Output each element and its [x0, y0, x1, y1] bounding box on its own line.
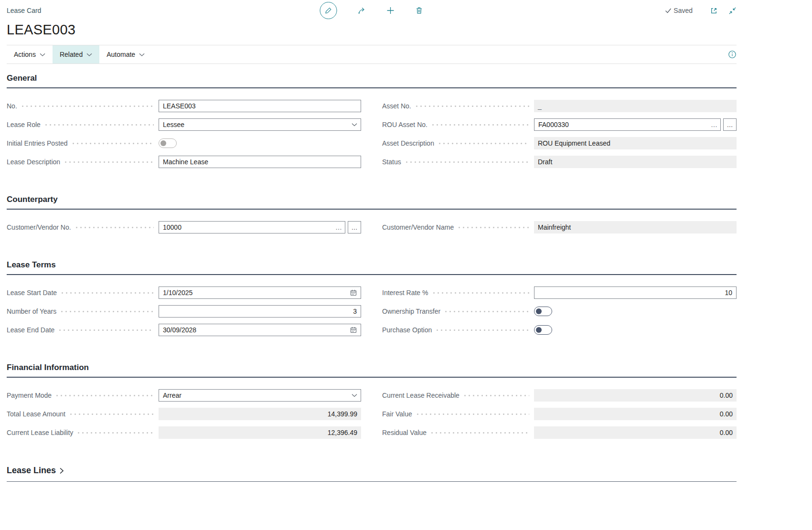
section-lease-terms-header[interactable]: Lease Terms	[7, 260, 737, 275]
field-no: No.	[7, 100, 361, 112]
calendar-icon[interactable]	[349, 325, 358, 335]
dotted-leader	[22, 106, 154, 107]
field-residual-value: Residual Value 0.00	[382, 426, 737, 439]
section-general: General No. Asset No. _ Lease Role	[7, 74, 737, 168]
check-icon	[665, 7, 672, 14]
residual-value-value: 0.00	[534, 426, 737, 439]
number-of-years-input[interactable]	[159, 305, 361, 318]
section-general-header[interactable]: General	[7, 74, 737, 88]
dotted-leader	[445, 311, 529, 312]
field-number-of-years: Number of Years	[7, 305, 361, 318]
new-button[interactable]	[386, 6, 395, 15]
dotted-leader	[439, 143, 529, 144]
field-customer-vendor-name: Customer/Vendor Name Mainfreight	[382, 221, 737, 233]
dotted-leader	[437, 329, 529, 331]
field-asset-no: Asset No. _	[382, 100, 737, 112]
no-input[interactable]	[159, 100, 361, 112]
calendar-icon[interactable]	[349, 288, 358, 297]
purchase-option-toggle[interactable]	[534, 325, 552, 335]
dotted-leader	[406, 161, 529, 163]
field-current-lease-liability: Current Lease Liability 12,396.49	[7, 426, 361, 439]
open-in-new-window-button[interactable]	[710, 7, 718, 15]
lease-lines-header[interactable]: Lease Lines	[7, 466, 737, 482]
section-counterparty-header[interactable]: Counterparty	[7, 195, 737, 210]
initial-entries-posted-toggle	[159, 138, 177, 148]
lease-end-date-input[interactable]	[159, 324, 361, 336]
fair-value-value: 0.00	[534, 408, 737, 420]
field-ownership-transfer: Ownership Transfer	[382, 305, 737, 318]
dotted-leader	[56, 395, 154, 396]
field-purchase-option: Purchase Option	[382, 324, 737, 336]
field-initial-entries-posted: Initial Entries Posted	[7, 137, 361, 149]
collapse-button[interactable]	[728, 7, 737, 15]
chevron-down-icon	[86, 53, 92, 56]
chevron-right-icon	[59, 467, 64, 475]
lease-role-select[interactable]	[159, 118, 361, 131]
chevron-down-icon	[40, 53, 45, 56]
menu-item-related[interactable]: Related	[53, 45, 99, 64]
dotted-leader	[433, 292, 530, 294]
dotted-leader	[65, 161, 154, 163]
dotted-leader	[59, 329, 154, 331]
dotted-leader	[431, 432, 529, 434]
total-lease-amount-value: 14,399.99	[159, 408, 361, 420]
field-lease-start-date: Lease Start Date	[7, 286, 361, 299]
trash-icon	[415, 6, 424, 15]
customer-vendor-no-input[interactable]	[159, 221, 345, 233]
ownership-transfer-toggle[interactable]	[534, 307, 552, 316]
menu-item-actions[interactable]: Actions	[7, 45, 53, 64]
asset-description-value: ROU Equipment Leased	[534, 137, 737, 149]
field-customer-vendor-no: Customer/Vendor No. … …	[7, 221, 361, 233]
share-button[interactable]	[357, 6, 366, 15]
share-icon	[357, 6, 366, 15]
assist-edit-button[interactable]: …	[348, 221, 361, 233]
field-interest-rate: Interest Rate %	[382, 286, 737, 299]
lease-card-page: Lease Card	[0, 0, 737, 482]
chevron-down-icon[interactable]	[351, 393, 358, 398]
delete-button[interactable]	[415, 6, 424, 15]
edit-button[interactable]	[320, 2, 337, 19]
lease-start-date-input[interactable]	[159, 286, 361, 299]
section-lease-lines: Lease Lines	[7, 466, 737, 482]
dotted-leader	[78, 432, 154, 434]
assist-edit-button[interactable]: …	[723, 118, 737, 131]
lease-description-input[interactable]	[159, 156, 361, 168]
dotted-leader	[45, 124, 154, 126]
current-lease-receivable-value: 0.00	[534, 389, 737, 402]
field-lease-role: Lease Role	[7, 118, 361, 131]
dotted-leader	[70, 413, 154, 415]
menu-item-automate[interactable]: Automate	[99, 45, 152, 64]
dotted-leader	[76, 227, 154, 228]
rou-asset-no-input[interactable]	[534, 118, 721, 131]
lookup-ellipsis-icon[interactable]: …	[334, 223, 343, 232]
dotted-leader	[459, 227, 529, 228]
save-status-label: Saved	[673, 7, 693, 14]
dotted-leader	[62, 292, 154, 294]
section-financial-information: Financial Information Payment Mode Curre…	[7, 363, 737, 439]
customer-vendor-name-value: Mainfreight	[534, 221, 737, 233]
field-current-lease-receivable: Current Lease Receivable 0.00	[382, 389, 737, 402]
save-status: Saved	[665, 7, 693, 14]
chevron-down-icon	[139, 53, 145, 56]
dotted-leader	[432, 124, 529, 126]
window-controls: Saved	[665, 7, 737, 15]
plus-icon	[386, 6, 395, 15]
field-payment-mode: Payment Mode	[7, 389, 361, 402]
lookup-ellipsis-icon[interactable]: …	[710, 120, 718, 129]
section-financial-information-header[interactable]: Financial Information	[7, 363, 737, 378]
info-button[interactable]	[728, 50, 737, 59]
pencil-icon	[325, 7, 332, 14]
payment-mode-select[interactable]	[159, 389, 361, 402]
record-actions	[320, 2, 424, 19]
field-asset-description: Asset Description ROU Equipment Leased	[382, 137, 737, 149]
interest-rate-input[interactable]	[534, 286, 737, 299]
dotted-leader	[464, 395, 529, 396]
field-rou-asset-no: ROU Asset No. … …	[382, 118, 737, 131]
section-lease-terms: Lease Terms Lease Start Date	[7, 260, 737, 336]
info-icon	[728, 50, 737, 59]
asset-no-value: _	[534, 100, 737, 112]
menu-bar: Actions Related Automate	[7, 45, 737, 64]
breadcrumb[interactable]: Lease Card	[7, 7, 41, 14]
chevron-down-icon[interactable]	[351, 122, 358, 127]
dotted-leader	[417, 413, 529, 415]
